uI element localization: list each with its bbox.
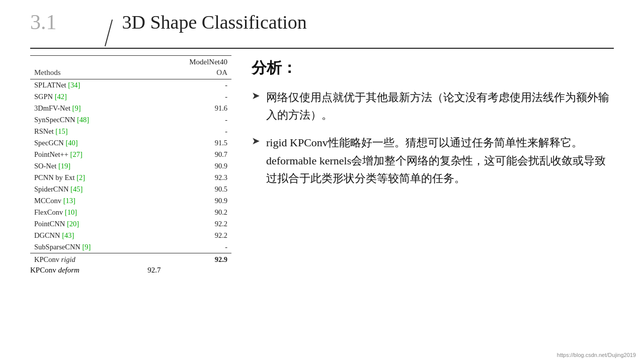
method-cell: 3DmFV-Net [9] — [30, 103, 147, 114]
oa-cell: 90.9 — [147, 160, 231, 172]
method-cell: PCNN by Ext [2] — [30, 172, 147, 184]
citation: [42] — [53, 93, 67, 101]
method-cell: MCConv [13] — [30, 195, 147, 207]
oa-cell: - — [147, 241, 231, 253]
analysis-item: ➤rigid KPConv性能略好一些。猜想可以通过任务简单性来解释它。defo… — [252, 134, 614, 187]
arrow-icon: ➤ — [252, 135, 260, 147]
table-row: SynSpecCNN [48]- — [30, 114, 231, 126]
oa-cell: - — [147, 114, 231, 126]
results-table: ModelNet40 Methods OA SPLATNet [34]-SGPN… — [30, 55, 231, 275]
kpconv-variant: rigid — [61, 255, 75, 263]
method-cell: DGCNN [43] — [30, 230, 147, 241]
table-row: 3DmFV-Net [9]91.6 — [30, 103, 231, 114]
method-cell: PointCNN [20] — [30, 218, 147, 230]
oa-cell: - — [147, 79, 231, 92]
citation: [13] — [61, 197, 75, 205]
oa-cell: 91.5 — [147, 137, 231, 149]
method-cell: FlexConv [10] — [30, 207, 147, 218]
citation: [48] — [75, 116, 89, 124]
table-row: SpecGCN [40]91.5 — [30, 137, 231, 149]
citation: [2] — [75, 173, 86, 182]
kpconv-row: KPConv rigid92.9 — [30, 253, 231, 266]
citation: [10] — [63, 208, 77, 216]
header-divider — [105, 20, 113, 47]
citation: [45] — [68, 185, 83, 193]
kpconv-oa-cell: 92.7 — [147, 266, 231, 275]
method-cell: SGPN [42] — [30, 91, 147, 103]
citation: [40] — [64, 139, 78, 147]
table-row: MCConv [13]90.9 — [30, 195, 231, 207]
kpconv-method-cell: KPConv deform — [30, 266, 147, 275]
main-content: ModelNet40 Methods OA SPLATNet [34]-SGPN… — [30, 55, 614, 347]
method-cell: SubSparseCNN [9] — [30, 241, 147, 253]
oa-col-header: OA — [147, 67, 231, 79]
method-cell: SynSpecCNN [48] — [30, 114, 147, 126]
citation: [19] — [56, 162, 70, 170]
kpconv-method-cell: KPConv rigid — [30, 253, 147, 266]
page-title: 3D Shape Classification — [122, 11, 307, 33]
footer-url: https://blog.csdn.net/Dujing2019 — [557, 352, 636, 358]
citation: [9] — [70, 104, 81, 112]
method-cell: SpecGCN [40] — [30, 137, 147, 149]
kpconv-variant: deform — [58, 266, 79, 274]
section-number: 3.1 — [30, 10, 57, 34]
citation: [15] — [54, 127, 68, 135]
table-row: SPLATNet [34]- — [30, 79, 231, 92]
method-cell: PointNet++ [27] — [30, 149, 147, 160]
table-row: DGCNN [43]92.2 — [30, 230, 231, 241]
oa-cell: 90.9 — [147, 195, 231, 207]
citation: [20] — [65, 220, 79, 228]
table-row: SGPN [42]- — [30, 91, 231, 103]
methods-col-header: Methods — [30, 67, 147, 79]
table-row: PointCNN [20]92.2 — [30, 218, 231, 230]
oa-cell: 90.2 — [147, 207, 231, 218]
oa-cell: 92.2 — [147, 230, 231, 241]
table-row: SubSparseCNN [9]- — [30, 241, 231, 253]
header-rule — [30, 48, 614, 49]
analysis-panel: 分析： ➤网络仅使用点就优于其他最新方法（论文没有考虑使用法线作为额外输入的方法… — [252, 55, 614, 347]
citation: [34] — [66, 81, 80, 89]
table-row: FlexConv [10]90.2 — [30, 207, 231, 218]
method-cell: RSNet [15] — [30, 126, 147, 137]
header: 3.1 3D Shape Classification — [30, 10, 614, 34]
column-header-row: Methods OA — [30, 67, 231, 79]
table-row: PointNet++ [27]90.7 — [30, 149, 231, 160]
oa-cell: - — [147, 126, 231, 137]
model-header-row: ModelNet40 — [30, 56, 231, 68]
table-row: SO-Net [19]90.9 — [30, 160, 231, 172]
method-cell: SPLATNet [34] — [30, 79, 147, 92]
oa-cell: 91.6 — [147, 103, 231, 114]
analysis-list: ➤网络仅使用点就优于其他最新方法（论文没有考虑使用法线作为额外输入的方法）。➤r… — [252, 88, 614, 187]
citation: [27] — [68, 150, 83, 158]
citation: [43] — [60, 231, 74, 239]
empty-header-cell — [30, 56, 147, 68]
analysis-text: 网络仅使用点就优于其他最新方法（论文没有考虑使用法线作为额外输入的方法）。 — [266, 88, 614, 124]
method-cell: SO-Net [19] — [30, 160, 147, 172]
table-row: RSNet [15]- — [30, 126, 231, 137]
analysis-text: rigid KPConv性能略好一些。猜想可以通过任务简单性来解释它。defor… — [266, 134, 614, 187]
table-row: PCNN by Ext [2]92.3 — [30, 172, 231, 184]
oa-cell: 90.5 — [147, 184, 231, 195]
oa-cell: - — [147, 91, 231, 103]
method-cell: SpiderCNN [45] — [30, 184, 147, 195]
oa-cell: 90.7 — [147, 149, 231, 160]
citation: [9] — [80, 243, 91, 251]
modelnet-header: ModelNet40 — [147, 56, 231, 68]
table-container: ModelNet40 Methods OA SPLATNet [34]-SGPN… — [30, 55, 231, 347]
kpconv-row: KPConv deform92.7 — [30, 266, 231, 275]
arrow-icon: ➤ — [252, 89, 260, 102]
table-row: SpiderCNN [45]90.5 — [30, 184, 231, 195]
analysis-item: ➤网络仅使用点就优于其他最新方法（论文没有考虑使用法线作为额外输入的方法）。 — [252, 88, 614, 124]
kpconv-oa-cell: 92.9 — [147, 253, 231, 266]
analysis-title: 分析： — [252, 58, 614, 78]
oa-cell: 92.3 — [147, 172, 231, 184]
oa-cell: 92.2 — [147, 218, 231, 230]
